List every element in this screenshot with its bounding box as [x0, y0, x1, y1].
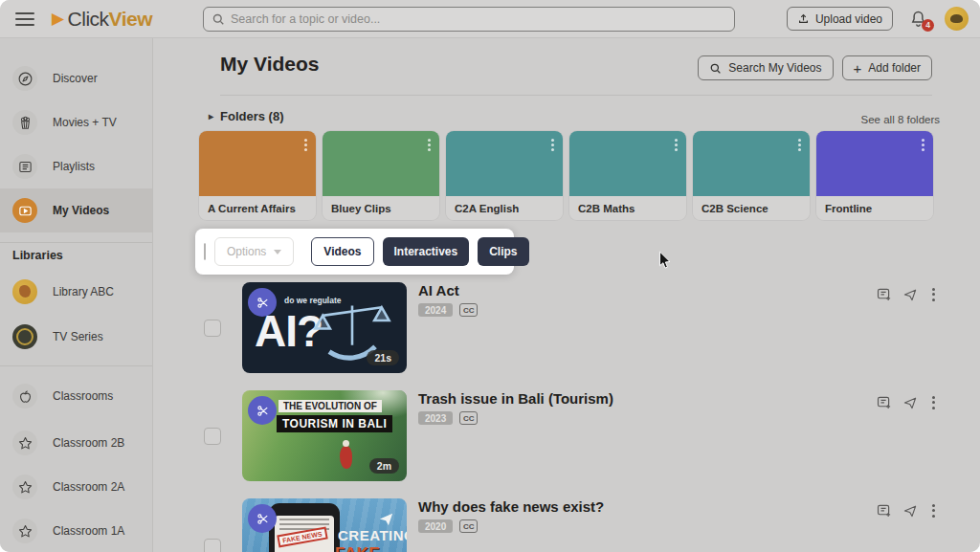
caret-down-icon [274, 250, 281, 254]
clickview-logo[interactable]: ▶ Click View [52, 8, 152, 31]
folder-card[interactable]: C2B Science [693, 131, 810, 220]
sidebar-item-classroom-2a[interactable]: Classroom 2A [0, 465, 152, 509]
folder-tile[interactable] [446, 131, 563, 196]
sidebar-item-classrooms[interactable]: Classrooms [0, 374, 152, 418]
folder-menu-icon[interactable] [551, 139, 554, 151]
cc-badge: CC [459, 519, 478, 533]
sidebar-item-playlists[interactable]: Playlists [0, 144, 152, 188]
folder-card[interactable]: A Current Affairs [199, 131, 316, 220]
sidebar-label: Playlists [53, 160, 95, 173]
sidebar-item-discover[interactable]: Discover [0, 56, 152, 100]
search-icon [212, 12, 225, 26]
add-to-playlist-icon[interactable] [876, 286, 892, 302]
duration-badge: 21s [367, 350, 399, 365]
more-options-icon[interactable] [928, 395, 939, 410]
video-checkbox[interactable] [204, 539, 221, 552]
upload-icon [797, 12, 810, 25]
top-bar: ▶ Click View Upload video 4 [0, 0, 980, 38]
share-icon[interactable] [902, 503, 918, 519]
divider [220, 95, 932, 96]
folder-name: Bluey Clips [323, 196, 439, 220]
star-icon [12, 519, 37, 543]
sidebar-item-library-abc[interactable]: Library ABC [0, 270, 152, 314]
folder-menu-icon[interactable] [304, 139, 307, 151]
selection-toolbar: Options Videos Interactives Clips [195, 229, 514, 275]
thumbnail-figure [340, 446, 352, 469]
folders-section-toggle[interactable]: ▸ Folders (8) [209, 109, 284, 123]
sidebar-label: Discover [53, 72, 98, 85]
sidebar-item-my-videos[interactable]: My Videos [0, 188, 152, 232]
apple-icon [12, 384, 37, 408]
see-all-folders-link[interactable]: See all 8 folders [861, 114, 940, 125]
thumbnail-text: TOURISM IN BALI [277, 415, 392, 432]
search-icon [709, 62, 722, 75]
folder-tile[interactable] [323, 131, 439, 196]
folder-card[interactable]: C2B Maths [569, 131, 686, 220]
search-input[interactable] [231, 12, 726, 26]
video-title[interactable]: AI Act [418, 282, 478, 298]
filter-videos-button[interactable]: Videos [311, 237, 373, 266]
folder-name: Frontline [816, 196, 933, 220]
share-icon[interactable] [902, 287, 918, 302]
clickview-app-window: ▶ Click View Upload video 4 Discover [0, 0, 980, 552]
sidebar-item-classroom-1a[interactable]: Classroom 1A [0, 509, 152, 552]
folder-menu-icon[interactable] [922, 139, 924, 151]
scissors-icon [248, 504, 277, 533]
folder-menu-icon[interactable] [675, 139, 678, 151]
year-badge: 2024 [418, 303, 453, 317]
sidebar-item-movies-tv[interactable]: Movies + TV [0, 100, 152, 144]
sidebar-divider [0, 365, 152, 366]
sidebar-item-classroom-2b[interactable]: Classroom 2B [0, 421, 152, 465]
sidebar-label: Classroom 1A [53, 524, 124, 538]
search-my-videos-button[interactable]: Search My Videos [698, 55, 833, 80]
year-badge: 2020 [418, 519, 453, 533]
tv-series-logo [12, 324, 37, 349]
chevron-right-icon: ▸ [209, 111, 213, 121]
folder-menu-icon[interactable] [798, 139, 801, 151]
folder-card[interactable]: Frontline [816, 131, 933, 220]
cc-badge: CC [459, 303, 478, 317]
video-thumbnail[interactable]: FAKE NEWS CREATING FAKE NEWS [242, 498, 407, 552]
video-checkbox[interactable] [204, 320, 221, 337]
folder-tile[interactable] [199, 131, 316, 196]
sidebar-label: Classroom 2B [53, 436, 124, 450]
add-folder-label: Add folder [868, 61, 921, 75]
add-to-playlist-icon[interactable] [876, 394, 892, 410]
sidebar-item-tv-series[interactable]: TV Series [0, 315, 152, 359]
sidebar-divider [0, 242, 152, 243]
add-folder-button[interactable]: + Add folder [842, 55, 932, 80]
notifications-button[interactable]: 4 [908, 9, 929, 30]
folder-card[interactable]: Bluey Clips [323, 131, 439, 220]
menu-icon[interactable] [15, 12, 34, 26]
video-thumbnail[interactable]: do we regulate AI? 21s [242, 282, 407, 373]
folders-header-label: Folders (8) [220, 109, 283, 123]
video-checkbox[interactable] [204, 428, 221, 445]
filter-clips-button[interactable]: Clips [478, 237, 528, 266]
folder-menu-icon[interactable] [428, 139, 431, 151]
video-thumbnail[interactable]: THE EVOLUTION OF TOURISM IN BALI 2m [242, 390, 407, 481]
thumbnail-text: CREATING [338, 527, 407, 543]
folder-tile[interactable] [693, 131, 810, 196]
select-all-checkbox[interactable] [204, 243, 206, 260]
compass-icon [12, 66, 37, 91]
more-options-icon[interactable] [928, 287, 939, 302]
options-button[interactable]: Options [214, 237, 294, 266]
folder-tile[interactable] [569, 131, 686, 196]
add-to-playlist-icon[interactable] [876, 502, 892, 519]
global-search-box[interactable] [203, 7, 735, 32]
page-title: My Videos [220, 53, 319, 76]
share-icon[interactable] [902, 395, 918, 410]
upload-video-button[interactable]: Upload video [787, 7, 893, 31]
logo-text-click: Click [68, 8, 109, 31]
thumbnail-text: THE EVOLUTION OF [278, 400, 382, 412]
sidebar-label: Library ABC [53, 285, 114, 298]
video-title[interactable]: Why does fake news exist? [418, 498, 604, 515]
folder-card[interactable]: C2A English [446, 131, 563, 220]
video-title[interactable]: Trash issue in Bali (Tourism) [418, 390, 613, 407]
popcorn-icon [12, 110, 37, 135]
filter-interactives-button[interactable]: Interactives [383, 237, 470, 266]
sidebar-label: My Videos [53, 204, 109, 217]
avatar[interactable] [945, 7, 969, 31]
folder-tile[interactable] [816, 131, 933, 196]
more-options-icon[interactable] [928, 503, 939, 519]
